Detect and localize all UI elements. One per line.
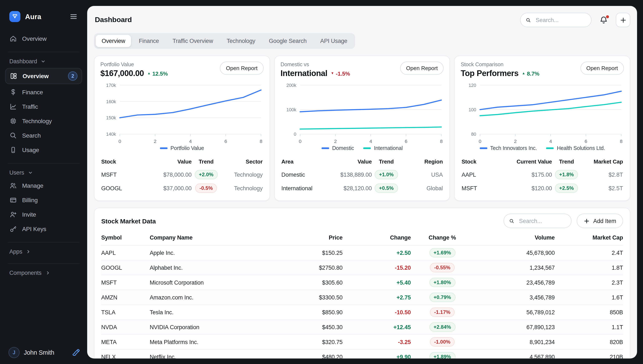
search-input[interactable] xyxy=(535,16,586,24)
open-report-button[interactable]: Open Report xyxy=(580,62,624,75)
card-value: Top Performers xyxy=(461,69,519,78)
search-icon xyxy=(509,218,514,224)
svg-text:80: 80 xyxy=(471,132,476,137)
legend-swatch xyxy=(363,148,371,149)
market-cap-cell: 2.3T xyxy=(561,279,623,286)
add-item-button[interactable]: Add Item xyxy=(577,214,623,228)
sidebar-item-finance[interactable]: Finance xyxy=(0,85,87,100)
svg-text:200k: 200k xyxy=(286,82,296,88)
svg-text:2: 2 xyxy=(334,138,337,144)
tab-overview[interactable]: Overview xyxy=(96,35,131,47)
sidebar-section-components[interactable]: Components xyxy=(0,268,87,279)
delta-arrow-icon: ▲ xyxy=(522,72,525,75)
open-report-button[interactable]: Open Report xyxy=(220,62,264,75)
tab-technology[interactable]: Technology xyxy=(221,35,261,47)
change-pct-cell: -0.55% xyxy=(417,263,468,272)
mini-table-cell: MSFT xyxy=(462,185,504,191)
mini-table-cell: International xyxy=(281,185,323,191)
change-cell: +5.40 xyxy=(348,279,411,286)
tab-finance[interactable]: Finance xyxy=(133,35,165,47)
legend-item: Health Solutions Ltd. xyxy=(546,145,605,151)
svg-text:140k: 140k xyxy=(106,132,116,137)
trend-pill: +0.5% xyxy=(375,184,398,193)
sidebar-section-dashboard[interactable]: Dashboard xyxy=(0,56,87,67)
sidebar-item-billing[interactable]: Billing xyxy=(0,193,87,207)
mini-table-row: Domestic$138,889.00+1.0%USA xyxy=(281,168,444,181)
legend-item: Portfolio Value xyxy=(160,145,204,151)
divider xyxy=(8,163,80,164)
mini-table-cell: Domestic xyxy=(281,172,323,178)
card-mini-table: StockCurrent ValueTrendMarket Cap AAPL$1… xyxy=(461,156,624,195)
sidebar-item-label: Overview xyxy=(23,73,49,80)
mini-table-header: AreaValueTrendRegion xyxy=(281,156,444,168)
company-cell: Apple Inc. xyxy=(150,250,274,256)
legend-label: Tech Innovators Inc. xyxy=(490,145,537,151)
mini-table-row: AAPL$175.00+1.8%$2.8T xyxy=(461,168,624,181)
menu-icon[interactable] xyxy=(69,12,79,22)
svg-text:8: 8 xyxy=(620,138,623,144)
sidebar-item-invite[interactable]: Invite xyxy=(0,207,87,222)
sidebar-item-label: Traffic xyxy=(22,103,38,110)
price-cell: $850.90 xyxy=(280,309,343,315)
divider xyxy=(8,52,80,52)
chevron-right-icon xyxy=(26,249,31,254)
legend-swatch xyxy=(321,148,329,149)
svg-text:0: 0 xyxy=(294,132,296,137)
table-search-input[interactable] xyxy=(518,217,566,224)
svg-text:0: 0 xyxy=(299,138,302,144)
key-icon xyxy=(9,225,17,233)
tab-google-search[interactable]: Google Search xyxy=(263,35,313,47)
divider xyxy=(8,263,80,264)
sidebar-item-search[interactable]: Search xyxy=(0,128,87,143)
table-row: GOOGLAlphabet Inc.$2750.80-15.20-0.55%1,… xyxy=(101,260,623,275)
sidebar-item-api-keys[interactable]: API Keys xyxy=(0,222,87,236)
sidebar-item-label: API Keys xyxy=(22,226,46,232)
trend-pill: +2.5% xyxy=(555,184,578,193)
company-cell: Amazon.com Inc. xyxy=(150,294,274,300)
sidebar-item-overview[interactable]: Overview 2 xyxy=(5,68,82,84)
sidebar-section-users[interactable]: Users xyxy=(0,168,87,178)
card-subtitle: Domestic vs xyxy=(281,62,400,68)
tab-traffic-overview[interactable]: Traffic Overview xyxy=(167,35,219,47)
sidebar-item-label: Overview xyxy=(22,35,47,42)
tab-bar: Overview Finance Traffic Overview Techno… xyxy=(94,33,355,49)
company-cell: Microsoft Corporation xyxy=(150,279,274,286)
svg-text:160k: 160k xyxy=(106,99,116,104)
cpu-icon xyxy=(9,117,17,125)
notifications-button[interactable] xyxy=(599,16,608,24)
sidebar-item-usage[interactable]: Usage xyxy=(0,143,87,157)
market-cap-cell: 2.4T xyxy=(561,250,623,256)
sidebar-item-technology[interactable]: Technology xyxy=(0,114,87,128)
portfolio-line-chart: 140k150k160k170k02468 xyxy=(100,82,264,144)
trend-pill: -1.00% xyxy=(430,337,455,346)
svg-text:0: 0 xyxy=(479,138,482,144)
chart-legend: Portfolio Value xyxy=(100,145,264,151)
mini-table-row: International$28,120.00+0.5%Global xyxy=(281,181,444,195)
mini-table-cell: $120.00 xyxy=(504,185,552,191)
add-button[interactable] xyxy=(616,13,630,27)
sidebar-item-label: Billing xyxy=(22,197,38,204)
open-report-button[interactable]: Open Report xyxy=(400,62,444,75)
tab-api-usage[interactable]: API Usage xyxy=(314,35,353,47)
card-value: International xyxy=(281,69,327,78)
svg-text:100: 100 xyxy=(469,107,476,112)
search-icon xyxy=(526,17,531,23)
volume-cell: 56,789,012 xyxy=(474,309,555,315)
theme-brush-icon[interactable] xyxy=(72,348,80,357)
symbol-cell: GOOGL xyxy=(101,264,144,271)
sidebar-item-overview-home[interactable]: Overview xyxy=(0,32,87,46)
change-pct-cell: -1.00% xyxy=(417,337,468,346)
sidebar-section-apps[interactable]: Apps xyxy=(0,247,87,258)
delta-arrow-icon: ▼ xyxy=(331,72,334,75)
user-profile[interactable]: J John Smith xyxy=(9,347,80,358)
stock-comparison-card: Stock Comparison Top Performers ▲8.7% Op… xyxy=(454,56,630,201)
sidebar-item-traffic[interactable]: Traffic xyxy=(0,100,87,114)
volume-cell: 8,901,234 xyxy=(474,339,555,345)
company-cell: Tesla Inc. xyxy=(150,309,274,315)
legend-item: Domestic xyxy=(321,145,354,151)
sidebar-item-manage[interactable]: Manage xyxy=(0,178,87,193)
table-title: Stock Market Data xyxy=(101,217,504,224)
svg-text:4: 4 xyxy=(369,138,372,144)
delta-badge: ▼-1.5% xyxy=(331,70,350,77)
svg-text:2: 2 xyxy=(154,138,156,144)
